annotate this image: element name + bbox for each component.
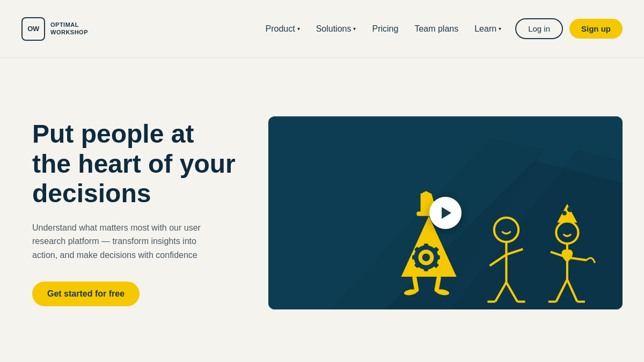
- nav-item-product[interactable]: Product ▾: [259, 20, 306, 38]
- main-nav: Product ▾ Solutions ▾ Pricing Team plans…: [259, 18, 623, 39]
- logo-icon: OW: [21, 17, 45, 41]
- svg-point-40: [562, 211, 567, 215]
- nav-item-pricing[interactable]: Pricing: [365, 20, 405, 38]
- svg-point-39: [567, 206, 573, 212]
- nav-item-solutions[interactable]: Solutions ▾: [310, 20, 363, 38]
- svg-rect-9: [412, 255, 418, 259]
- svg-rect-7: [424, 243, 428, 249]
- svg-point-15: [422, 253, 430, 261]
- hero-video[interactable]: [268, 116, 623, 309]
- chevron-down-icon: ▾: [297, 26, 300, 32]
- nav-item-team-plans[interactable]: Team plans: [408, 20, 465, 38]
- svg-rect-10: [434, 255, 440, 259]
- hero-subtitle: Understand what matters most with our us…: [32, 221, 215, 262]
- cta-button[interactable]: Get started for free: [32, 282, 140, 306]
- hero-section: Put people at the heart of your decision…: [0, 58, 644, 362]
- chevron-down-icon: ▾: [499, 26, 501, 32]
- logo[interactable]: OW OPTIMAL WORKSHOP: [21, 17, 88, 41]
- svg-rect-8: [424, 265, 428, 271]
- logo-text: OPTIMAL WORKSHOP: [50, 21, 88, 35]
- login-button[interactable]: Log in: [515, 18, 563, 39]
- chevron-down-icon: ▾: [353, 26, 356, 32]
- hero-title: Put people at the heart of your decision…: [32, 119, 236, 208]
- nav-item-learn[interactable]: Learn ▾: [468, 20, 508, 38]
- hero-text-block: Put people at the heart of your decision…: [32, 119, 236, 306]
- play-button[interactable]: [429, 197, 462, 229]
- signup-button[interactable]: Sign up: [569, 19, 623, 39]
- site-header: OW OPTIMAL WORKSHOP Product ▾ Solutions …: [0, 0, 644, 58]
